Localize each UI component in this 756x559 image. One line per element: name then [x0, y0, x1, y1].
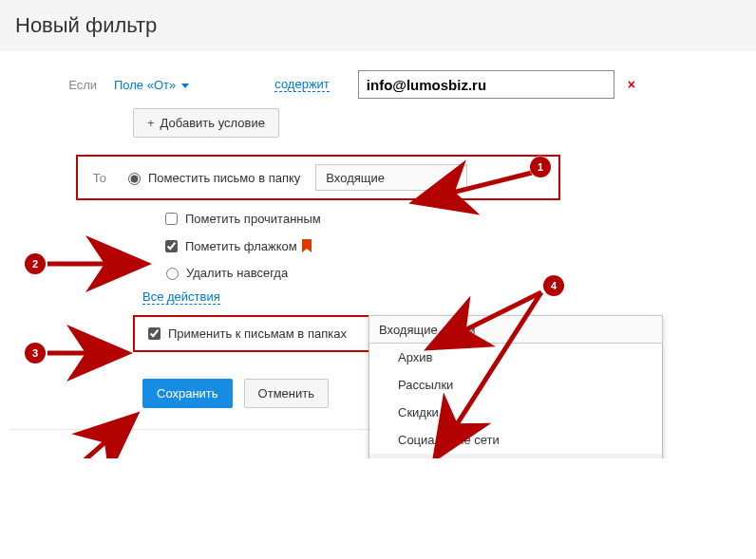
folder-select-value: Входящие [326, 171, 385, 185]
page-header: Новый фильтр [0, 0, 756, 51]
folder-select[interactable]: Входящие [315, 164, 467, 191]
save-button[interactable]: Сохранить [142, 379, 233, 408]
option-discounts[interactable]: Скидки [369, 399, 662, 426]
all-actions-row: Все действия [142, 289, 747, 304]
plus-icon: + [147, 116, 155, 130]
mark-read-checkbox[interactable] [165, 213, 178, 225]
mark-read-label: Пометить прочитанным [185, 212, 321, 226]
highlight-box-1: То Поместить письмо в папку Входящие [76, 155, 560, 200]
if-label: Если [9, 78, 114, 92]
remove-condition-icon[interactable]: × [628, 77, 635, 92]
field-dropdown[interactable]: Поле «От» [114, 78, 189, 92]
apply-folders-checkbox[interactable] [148, 327, 161, 340]
mark-flag-label: Пометить флажком [185, 239, 297, 253]
option-archive[interactable]: Архив [369, 344, 662, 371]
annotation-badge-3: 3 [25, 343, 46, 363]
option-social[interactable]: Социальные сети [369, 426, 662, 454]
save-label: Сохранить [157, 386, 218, 401]
chevron-down-icon [449, 176, 457, 180]
then-row: То Поместить письмо в папку Входящие [9, 155, 747, 200]
folders-multiselect[interactable]: Входящие, Спам Архив Рассылки Скидки Соц… [369, 315, 663, 458]
then-label: То [87, 171, 123, 185]
option-spam[interactable]: Спам [369, 454, 662, 458]
folders-multiselect-head[interactable]: Входящие, Спам [369, 315, 663, 344]
add-condition-button[interactable]: + Добавить условие [133, 108, 279, 138]
all-actions-link[interactable]: Все действия [142, 289, 220, 305]
condition-value-input[interactable] [358, 70, 614, 99]
move-folder-radio[interactable] [128, 173, 141, 185]
annotation-badge-4: 4 [543, 275, 564, 296]
apply-row: Применить к письмам в папках Входящие, С… [9, 315, 747, 352]
mark-flag-row: Пометить флажком [161, 237, 747, 255]
mark-read-row: Пометить прочитанным [161, 210, 747, 228]
apply-folders-label: Применить к письмам в папках [168, 326, 347, 341]
content: Если Поле «От» содержит × + Добавить усл… [0, 51, 756, 458]
add-condition-label: Добавить условие [161, 116, 265, 130]
add-condition-row: + Добавить условие [133, 108, 747, 138]
page-title: Новый фильтр [15, 13, 741, 38]
match-dropdown[interactable]: содержит [274, 77, 330, 92]
condition-row: Если Поле «От» содержит × [9, 70, 747, 99]
cancel-label: Отменить [258, 386, 314, 401]
annotation-badge-2: 2 [25, 253, 46, 274]
folders-multiselect-value: Входящие, Спам [379, 323, 475, 337]
flag-icon [301, 239, 312, 253]
delete-row: Удалить навсегда [161, 265, 747, 280]
delete-label: Удалить навсегда [186, 266, 288, 280]
cancel-button[interactable]: Отменить [244, 379, 329, 408]
move-folder-label: Поместить письмо в папку [148, 171, 300, 185]
divider [9, 429, 389, 430]
annotation-badge-1: 1 [530, 157, 551, 177]
mark-flag-checkbox[interactable] [165, 240, 178, 252]
option-newsletters[interactable]: Рассылки [369, 371, 662, 399]
delete-radio[interactable] [166, 268, 179, 280]
